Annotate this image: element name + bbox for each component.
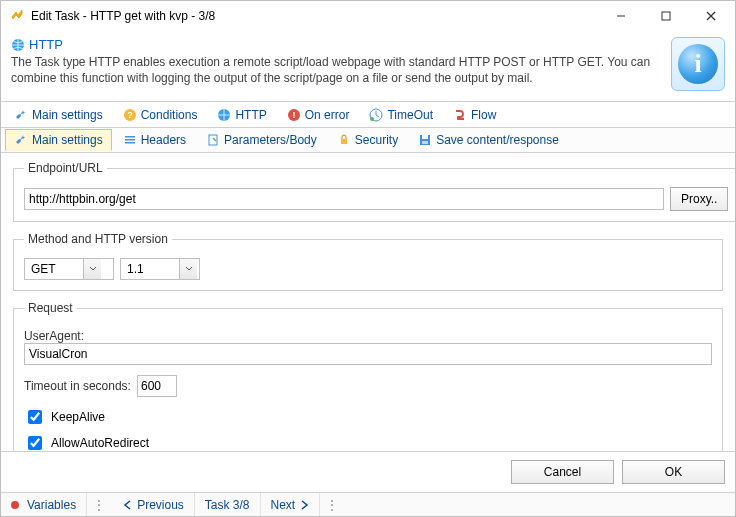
status-position: Task 3/8 xyxy=(195,493,261,516)
content-area: Endpoint/URL Proxy.. Method and HTTP ver… xyxy=(1,153,735,451)
useragent-label: UserAgent: xyxy=(24,329,712,343)
arrow-left-icon xyxy=(123,500,133,510)
version-combo[interactable]: 1.1 xyxy=(120,258,200,280)
document-icon xyxy=(206,133,220,147)
tab-flow[interactable]: Flow xyxy=(444,104,505,125)
subtab-security[interactable]: Security xyxy=(328,129,407,151)
svg-rect-12 xyxy=(125,136,135,138)
tab-timeout[interactable]: TimeOut xyxy=(360,104,442,125)
endpoint-group: Endpoint/URL Proxy.. xyxy=(13,161,735,222)
page-title-label: HTTP xyxy=(29,37,63,52)
request-group: Request UserAgent: Timeout in seconds: K… xyxy=(13,301,723,451)
wrench-icon xyxy=(14,133,28,147)
ok-button[interactable]: OK xyxy=(622,460,725,484)
footer: Cancel OK xyxy=(1,451,735,492)
svg-point-11 xyxy=(370,117,374,121)
wrench-icon xyxy=(14,108,28,122)
titlebar: Edit Task - HTTP get with kvp - 3/8 xyxy=(1,1,735,31)
sub-tabstrip: Main settings Headers Parameters/Body Se… xyxy=(1,128,735,153)
method-legend: Method and HTTP version xyxy=(24,232,172,246)
tab-http[interactable]: HTTP xyxy=(208,104,275,125)
window: Edit Task - HTTP get with kvp - 3/8 HTTP… xyxy=(0,0,736,517)
useragent-input[interactable] xyxy=(24,343,712,365)
keepalive-input[interactable] xyxy=(28,410,42,424)
close-button[interactable] xyxy=(688,2,733,31)
autoredirect-checkbox[interactable]: AllowAutoRedirect xyxy=(24,433,712,451)
minimize-button[interactable] xyxy=(598,2,643,31)
proxy-button[interactable]: Proxy.. xyxy=(670,187,728,211)
chevron-down-icon xyxy=(83,259,101,279)
chevron-down-icon xyxy=(179,259,197,279)
endpoint-legend: Endpoint/URL xyxy=(24,161,107,175)
flow-icon xyxy=(453,108,467,122)
globe-icon xyxy=(11,38,25,52)
list-icon xyxy=(123,133,137,147)
timeout-input[interactable] xyxy=(137,375,177,397)
error-icon: ! xyxy=(287,108,301,122)
autoredirect-input[interactable] xyxy=(28,436,42,450)
info-button[interactable]: i xyxy=(671,37,725,91)
save-icon xyxy=(418,133,432,147)
main-tabstrip: Main settings ? Conditions HTTP ! On err… xyxy=(1,102,735,128)
subtab-save-content[interactable]: Save content/response xyxy=(409,129,568,151)
svg-text:?: ? xyxy=(127,110,133,120)
svg-rect-16 xyxy=(341,139,347,144)
maximize-button[interactable] xyxy=(643,2,688,31)
tab-on-error[interactable]: ! On error xyxy=(278,104,359,125)
app-icon xyxy=(9,8,25,24)
svg-text:!: ! xyxy=(292,110,295,120)
svg-rect-14 xyxy=(125,142,135,144)
method-group: Method and HTTP version GET 1.1 xyxy=(13,232,723,291)
subtab-main-settings[interactable]: Main settings xyxy=(5,129,112,151)
page-desc: The Task type HTTP enables execution a r… xyxy=(11,54,661,86)
status-variables[interactable]: Variables xyxy=(1,493,87,516)
svg-rect-1 xyxy=(662,12,670,20)
separator-icon: ⋮ xyxy=(320,498,346,512)
subtab-headers[interactable]: Headers xyxy=(114,129,195,151)
tab-main-settings[interactable]: Main settings xyxy=(5,104,112,125)
svg-rect-13 xyxy=(125,139,135,141)
cancel-button[interactable]: Cancel xyxy=(511,460,614,484)
endpoint-input[interactable] xyxy=(24,188,664,210)
status-previous[interactable]: Previous xyxy=(113,493,195,516)
timeout-label: Timeout in seconds: xyxy=(24,379,131,393)
svg-rect-19 xyxy=(422,141,428,144)
status-next[interactable]: Next xyxy=(261,493,321,516)
page-title: HTTP xyxy=(11,37,661,52)
lock-icon xyxy=(337,133,351,147)
keepalive-checkbox[interactable]: KeepAlive xyxy=(24,407,712,427)
statusbar: Variables ⋮ Previous Task 3/8 Next ⋮ xyxy=(1,492,735,516)
globe-icon xyxy=(217,108,231,122)
arrow-right-icon xyxy=(299,500,309,510)
info-icon: i xyxy=(678,44,718,84)
svg-rect-18 xyxy=(422,135,428,139)
request-legend: Request xyxy=(24,301,77,315)
header-panel: HTTP The Task type HTTP enables executio… xyxy=(1,31,735,102)
subtab-parameters-body[interactable]: Parameters/Body xyxy=(197,129,326,151)
question-icon: ? xyxy=(123,108,137,122)
method-combo[interactable]: GET xyxy=(24,258,114,280)
tab-conditions[interactable]: ? Conditions xyxy=(114,104,207,125)
window-title: Edit Task - HTTP get with kvp - 3/8 xyxy=(31,9,598,23)
separator-icon: ⋮ xyxy=(87,498,113,512)
clock-icon xyxy=(369,108,383,122)
